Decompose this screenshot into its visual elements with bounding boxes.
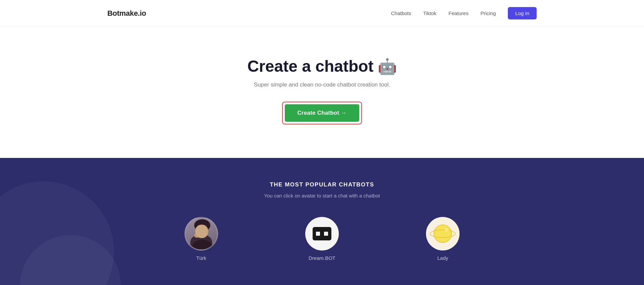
login-button[interactable]: Log In xyxy=(508,7,537,19)
chatbots-row: Türk Dream.BOT xyxy=(184,217,460,261)
avatar-dream xyxy=(305,217,339,250)
dream-eyes xyxy=(316,232,328,236)
popular-section-subtitle: You can click on avatar to start a chat … xyxy=(264,193,380,198)
popular-section: THE MOST POPULAR CHATBOTS You can click … xyxy=(0,158,644,285)
avatar-lady xyxy=(426,217,460,250)
cta-button-wrapper: Create Chatbot → xyxy=(282,102,362,124)
popular-section-title: THE MOST POPULAR CHATBOTS xyxy=(270,181,374,188)
turk-avatar-svg xyxy=(185,218,218,250)
create-chatbot-button[interactable]: Create Chatbot → xyxy=(285,104,360,122)
site-logo[interactable]: Botmake.io xyxy=(107,9,146,18)
chatbot-turk-name: Türk xyxy=(196,255,206,261)
svg-point-2 xyxy=(194,233,200,238)
hero-subtitle: Super simple and clean no-code chatbot c… xyxy=(254,81,390,88)
chatbot-lady[interactable]: Lady xyxy=(426,217,460,261)
chatbot-lady-name: Lady xyxy=(437,255,448,261)
svg-point-8 xyxy=(445,229,447,231)
chatbot-dream-name: Dream.BOT xyxy=(309,255,335,261)
dream-eye-left xyxy=(316,232,320,236)
avatar-turk xyxy=(184,217,218,250)
svg-point-1 xyxy=(196,225,208,238)
nav-tiktok[interactable]: Tiktok xyxy=(423,10,436,16)
chatbot-dream[interactable]: Dream.BOT xyxy=(305,217,339,261)
hero-title: Create a chatbot 🤖 xyxy=(247,57,396,75)
robot-emoji: 🤖 xyxy=(378,57,397,75)
dream-eye-right xyxy=(324,232,328,236)
hero-section: Create a chatbot 🤖 Super simple and clea… xyxy=(0,27,644,158)
svg-point-3 xyxy=(192,240,212,250)
lady-avatar-svg xyxy=(427,217,459,250)
site-header: Botmake.io Chatbots Tiktok Features Pric… xyxy=(0,0,644,27)
nav-chatbots[interactable]: Chatbots xyxy=(391,10,411,16)
dream-face xyxy=(313,227,331,240)
nav-features[interactable]: Features xyxy=(448,10,468,16)
main-nav: Chatbots Tiktok Features Pricing Log In xyxy=(391,7,537,19)
chatbot-turk[interactable]: Türk xyxy=(184,217,218,261)
nav-pricing[interactable]: Pricing xyxy=(480,10,496,16)
